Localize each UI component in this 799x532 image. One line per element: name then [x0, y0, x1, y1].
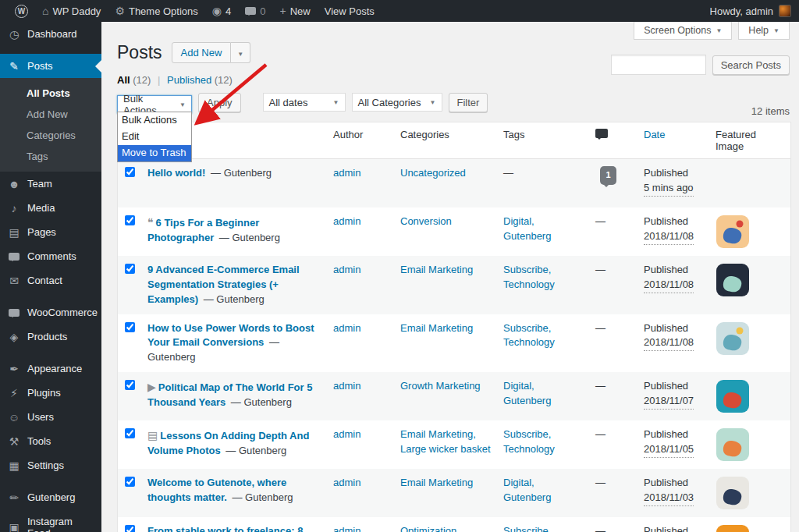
- wordpress-menu[interactable]: W: [8, 0, 35, 22]
- row-checkbox[interactable]: [125, 215, 135, 225]
- apply-button[interactable]: Apply: [198, 93, 241, 112]
- categories-links[interactable]: Uncategorized: [400, 167, 466, 179]
- categories-links[interactable]: Growth Marketing: [400, 380, 481, 392]
- tags-links[interactable]: Subscribe, Technology: [503, 428, 555, 455]
- add-new-dropdown-button[interactable]: ▼: [231, 42, 250, 63]
- howdy-admin-link[interactable]: Howdy, admin: [710, 5, 773, 17]
- sidebar-item-comments[interactable]: Comments: [0, 244, 101, 268]
- sidebar-item-posts[interactable]: ✎Posts: [0, 54, 101, 78]
- sidebar-item-plugins[interactable]: ⚡Plugins: [0, 381, 101, 405]
- all-categories-select[interactable]: All Categories ▼: [352, 93, 442, 112]
- row-checkbox[interactable]: [125, 428, 135, 438]
- no-comments-dash: —: [595, 380, 605, 392]
- author-link[interactable]: admin: [333, 322, 360, 334]
- author-link[interactable]: admin: [333, 380, 360, 392]
- comments-counter[interactable]: 0: [238, 0, 272, 22]
- sidebar-item-team[interactable]: ☻Team: [0, 172, 101, 196]
- sidebar-item-instagram-feed[interactable]: ▣Instagram Feed: [0, 509, 101, 532]
- view-posts-label: View Posts: [325, 5, 375, 17]
- table-row: How to Use Power Words to Boost Your Ema…: [118, 314, 790, 373]
- table-row: From stable work to freelance: 8 tips fo…: [118, 517, 790, 532]
- sidebar-item-media[interactable]: ♪Media: [0, 196, 101, 220]
- row-checkbox[interactable]: [125, 525, 135, 532]
- tags-links[interactable]: Subscribe, Technology: [503, 525, 555, 532]
- post-title-link[interactable]: How to Use Power Words to Boost Your Ema…: [147, 322, 314, 349]
- sidebar-item-appearance[interactable]: ✒Appearance: [0, 356, 101, 381]
- post-title-link[interactable]: From stable work to freelance: 8 tips fo…: [147, 525, 303, 532]
- author-link[interactable]: admin: [333, 477, 360, 488]
- row-checkbox[interactable]: [125, 264, 135, 274]
- post-date: 2018/11/08: [644, 229, 694, 245]
- new-content-menu[interactable]: +New: [273, 0, 318, 22]
- table-row: Hello world! — Gutenberg admin Uncategor…: [118, 159, 790, 207]
- all-dates-select[interactable]: All dates ▼: [263, 93, 346, 112]
- sidebar-item-label: Users: [27, 411, 54, 423]
- dropdown-option-edit[interactable]: Edit: [118, 129, 191, 145]
- sidebar-item-gutenberg[interactable]: ✏Gutenberg: [0, 485, 101, 509]
- categories-links[interactable]: Email Marketing, Large wicker basket: [400, 428, 491, 455]
- theme-options-adminbar-link[interactable]: ⚙Theme Options: [108, 0, 204, 22]
- sidebar-item-dashboard[interactable]: ◷Dashboard: [0, 22, 101, 46]
- row-checkbox[interactable]: [125, 322, 135, 332]
- search-input[interactable]: [611, 55, 706, 75]
- featured-image-thumbnail: [716, 263, 750, 297]
- tags-links[interactable]: Subscribe, Technology: [503, 322, 555, 349]
- table-row: ❝6 Tips For a Beginner Photographer — Gu…: [118, 207, 790, 256]
- tags-links[interactable]: Digital, Gutenberg: [503, 380, 551, 406]
- page-title: Posts: [117, 42, 162, 63]
- submenu-all-posts[interactable]: All Posts: [0, 83, 101, 104]
- filter-published-link[interactable]: Published: [167, 74, 211, 86]
- sidebar-item-users[interactable]: ☺Users: [0, 405, 101, 429]
- author-link[interactable]: admin: [333, 525, 360, 532]
- posts-table: Title Author Categories Tags Date Featur…: [117, 122, 791, 532]
- row-checkbox[interactable]: [125, 477, 135, 487]
- sidebar-item-woocommerce[interactable]: WooCommerce: [0, 300, 101, 325]
- screen-options-button[interactable]: Screen Options▼: [634, 22, 732, 40]
- submenu-tags[interactable]: Tags: [0, 146, 101, 167]
- views-counter[interactable]: ◉4: [205, 0, 238, 22]
- team-icon: ☻: [8, 179, 20, 190]
- chevron-down-icon: ▼: [773, 27, 779, 34]
- column-date-sort-link[interactable]: Date: [644, 129, 665, 140]
- post-format-icon: ▶: [147, 381, 156, 393]
- post-title-link[interactable]: Hello world!: [147, 167, 205, 179]
- row-checkbox[interactable]: [125, 167, 135, 177]
- tags-links[interactable]: Subscribe, Technology: [503, 264, 555, 290]
- categories-links[interactable]: Email Marketing: [400, 322, 473, 334]
- comments-bubble-icon: [245, 7, 256, 15]
- row-checkbox[interactable]: [125, 380, 135, 390]
- sidebar-item-pages[interactable]: ▤Pages: [0, 220, 101, 244]
- sidebar-item-settings[interactable]: ▦Settings: [0, 453, 101, 477]
- author-link[interactable]: admin: [333, 167, 360, 179]
- categories-links[interactable]: Conversion: [400, 215, 452, 227]
- posts-table-body: Hello world! — Gutenberg admin Uncategor…: [118, 159, 790, 532]
- sidebar-item-contact[interactable]: ✉Contact: [0, 268, 101, 293]
- categories-links[interactable]: Optimization: [400, 525, 456, 532]
- submenu-add-new[interactable]: Add New: [0, 104, 101, 125]
- author-link[interactable]: admin: [333, 264, 360, 275]
- dropdown-option-move-to-trash[interactable]: Move to Trash: [118, 145, 191, 161]
- tags-links[interactable]: Digital, Gutenberg: [503, 215, 551, 242]
- comment-count-bubble[interactable]: 1: [600, 166, 616, 185]
- submenu-categories[interactable]: Categories: [0, 125, 101, 146]
- categories-links[interactable]: Email Marketing: [400, 477, 473, 488]
- tags-links[interactable]: Digital, Gutenberg: [503, 477, 551, 503]
- contact-envelope-icon: ✉: [8, 275, 20, 286]
- add-new-button[interactable]: Add New: [172, 42, 232, 63]
- sidebar-item-products[interactable]: ◈Products: [0, 325, 101, 349]
- post-date: 2018/11/05: [644, 442, 694, 458]
- filter-all-link[interactable]: All: [117, 74, 130, 86]
- chevron-down-icon: ▼: [716, 27, 722, 34]
- author-link[interactable]: admin: [333, 428, 360, 440]
- search-posts-button[interactable]: Search Posts: [712, 55, 790, 75]
- view-posts-link[interactable]: View Posts: [318, 0, 382, 22]
- filter-button[interactable]: Filter: [449, 93, 488, 112]
- avatar[interactable]: [779, 5, 791, 17]
- author-link[interactable]: admin: [333, 215, 360, 227]
- dropdown-option-bulk-actions[interactable]: Bulk Actions: [118, 112, 191, 129]
- sidebar-item-tools[interactable]: ⚒Tools: [0, 429, 101, 453]
- help-button[interactable]: Help▼: [738, 22, 790, 40]
- gutenberg-pencil-icon: ✏: [8, 492, 20, 503]
- categories-links[interactable]: Email Marketing: [400, 264, 473, 275]
- site-name-link[interactable]: ⌂WP Daddy: [35, 0, 108, 22]
